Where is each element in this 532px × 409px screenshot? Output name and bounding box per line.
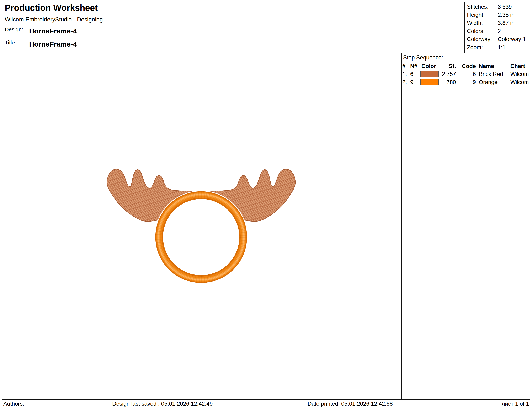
stop-sequence-bottom-border — [401, 87, 530, 87]
production-worksheet-page: Production Worksheet Wilcom EmbroiderySt… — [0, 0, 532, 409]
column-header-code: Code — [461, 63, 476, 70]
stop-row-1-name: Brick Red — [479, 71, 503, 77]
design-name-value: HornsFrame-4 — [29, 27, 77, 35]
stop-row-2-chart: Wilcom — [510, 79, 529, 86]
header-right-divider — [458, 2, 458, 53]
info-row-zoom: Zoom: 1:1 — [467, 44, 529, 51]
stop-row-2-stitches: 780 — [441, 79, 456, 86]
stop-row-1-color-swatch — [420, 71, 439, 77]
column-header-stitches: St. — [441, 63, 456, 70]
column-header-needle: N# — [410, 63, 418, 70]
footer-top-divider — [2, 399, 530, 400]
info-row-width: Width: 3.87 in — [467, 20, 529, 26]
stop-sequence-title: Stop Sequence: — [403, 55, 443, 61]
column-header-num: # — [402, 63, 405, 70]
column-header-name: Name — [479, 63, 494, 70]
last-saved-text: Design last saved : 05.01.2026 12:42:49 — [112, 401, 213, 407]
info-label: Stitches: — [467, 4, 489, 10]
stop-row-1-num: 1. — [402, 71, 407, 77]
stop-row-2-code: 9 — [461, 79, 476, 86]
stop-row-1-chart: Wilcom — [510, 71, 529, 77]
stop-row-2-name: Orange — [479, 79, 497, 86]
stop-row-2-num: 2. — [402, 79, 407, 86]
info-value: 2 — [498, 28, 501, 35]
infobox-left-border — [464, 2, 465, 53]
authors-label: Authors: — [3, 401, 24, 407]
info-row-colorway: Colorway: Colorway 1 — [467, 36, 529, 43]
info-row-colors: Colors: 2 — [467, 28, 529, 35]
info-row-stitches: Stitches: 3 539 — [467, 4, 529, 10]
design-label: Design: — [5, 26, 23, 33]
date-printed-text: Date printed: 05.01.2026 12:42:58 — [308, 401, 393, 407]
header-bottom-divider — [2, 53, 530, 53]
stop-row-2-color-swatch — [420, 79, 439, 85]
sheet-page-number: лист 1 of 1 — [502, 401, 529, 407]
info-label: Colorway: — [467, 36, 492, 42]
info-value: Colorway 1 — [498, 36, 526, 43]
info-row-height: Height: 2.35 in — [467, 12, 529, 18]
info-label: Height: — [467, 12, 485, 18]
stop-row-1-needle: 6 — [410, 71, 413, 77]
column-header-chart: Chart — [510, 63, 525, 70]
info-value: 1:1 — [498, 44, 506, 51]
info-label: Width: — [467, 20, 483, 26]
page-title: Production Worksheet — [5, 3, 98, 13]
info-label: Zoom: — [467, 44, 483, 50]
info-value: 3.87 in — [498, 20, 514, 26]
app-subtitle: Wilcom EmbroideryStudio - Designing — [5, 16, 103, 23]
page-border — [2, 2, 530, 407]
info-label: Colors: — [467, 28, 485, 34]
column-header-color: Color — [421, 63, 436, 70]
info-value: 2.35 in — [498, 12, 514, 18]
stop-row-1-stitches: 2 757 — [441, 71, 456, 77]
design-title-value: HornsFrame-4 — [29, 40, 77, 48]
title-label: Title: — [5, 39, 16, 46]
stop-row-2-needle: 9 — [410, 79, 413, 86]
info-value: 3 539 — [498, 4, 512, 10]
stop-sequence-left-border — [401, 53, 402, 399]
stop-row-1-code: 6 — [461, 71, 476, 77]
